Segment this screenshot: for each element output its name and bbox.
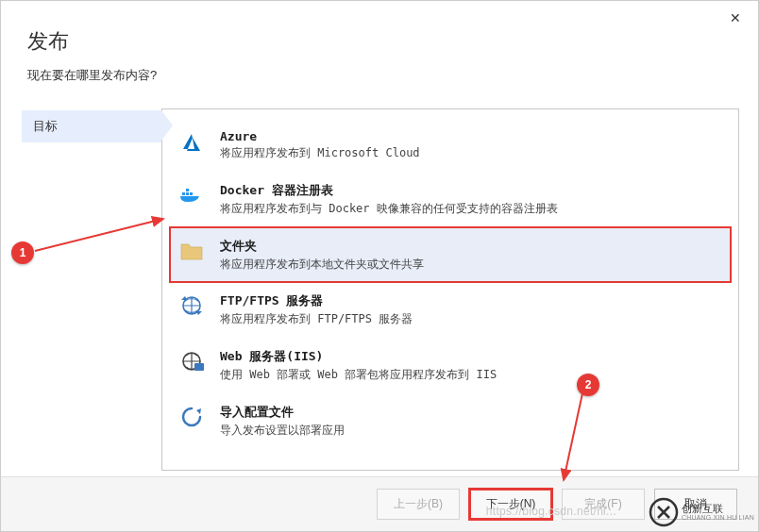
option-title: Azure [220,129,722,143]
svg-rect-6 [194,363,204,371]
svg-rect-1 [186,192,189,195]
option-iis[interactable]: Web 服务器(IIS) 使用 Web 部署或 Web 部署包将应用程序发布到 … [170,338,731,393]
brand-logo: 创新互联CHUANG XIN HU LIAN [649,497,754,527]
docker-icon [178,182,205,208]
header: 发布 现在要在哪里发布内容? [1,1,758,93]
svg-rect-3 [186,189,189,191]
iis-icon [178,348,205,374]
option-azure[interactable]: Azure 将应用程序发布到 Microsoft Cloud [170,119,731,172]
option-desc: 将应用程序发布到本地文件夹或文件共享 [220,257,722,273]
azure-icon [178,129,205,156]
option-docker[interactable]: Docker 容器注册表 将应用程序发布到与 Docker 映像兼容的任何受支持… [170,172,731,227]
option-title: Docker 容器注册表 [220,182,722,199]
folder-icon [178,238,205,264]
option-folder[interactable]: 文件夹 将应用程序发布到本地文件夹或文件共享 [170,227,731,283]
option-import[interactable]: 导入配置文件 导入发布设置以部署应用 [170,393,731,449]
ftp-icon [178,292,205,319]
svg-rect-2 [190,192,193,195]
footer: 上一步(B) 下一步(N) 完成(F) 取消 [1,476,758,531]
sidebar-tab-target[interactable]: 目标 [22,110,161,142]
close-button[interactable]: ✕ [724,8,747,27]
option-desc: 使用 Web 部署或 Web 部署包将应用程序发布到 IIS [220,367,722,383]
callout-2: 2 [577,374,599,396]
back-button: 上一步(B) [377,489,460,520]
option-desc: 将应用程序发布到 Microsoft Cloud [220,145,722,161]
option-desc: 将应用程序发布到与 Docker 映像兼容的任何受支持的容器注册表 [220,201,722,217]
option-title: 导入配置文件 [220,404,722,421]
import-icon [178,404,205,430]
watermark-url: https://blog.csdn.net/nl... [486,505,616,518]
option-title: Web 服务器(IIS) [220,348,722,365]
sidebar: 目标 [22,108,161,471]
option-ftp[interactable]: FTP/FTPS 服务器 将应用程序发布到 FTP/FTPS 服务器 [170,282,731,338]
page-subtitle: 现在要在哪里发布内容? [27,67,732,84]
svg-rect-0 [182,192,185,195]
option-title: 文件夹 [220,238,722,255]
option-title: FTP/FTPS 服务器 [220,292,722,309]
option-desc: 导入发布设置以部署应用 [220,423,722,439]
option-desc: 将应用程序发布到 FTP/FTPS 服务器 [220,311,722,327]
callout-1: 1 [11,241,34,264]
page-title: 发布 [27,27,732,56]
options-panel: Azure 将应用程序发布到 Microsoft Cloud Docker 容器… [161,108,739,471]
